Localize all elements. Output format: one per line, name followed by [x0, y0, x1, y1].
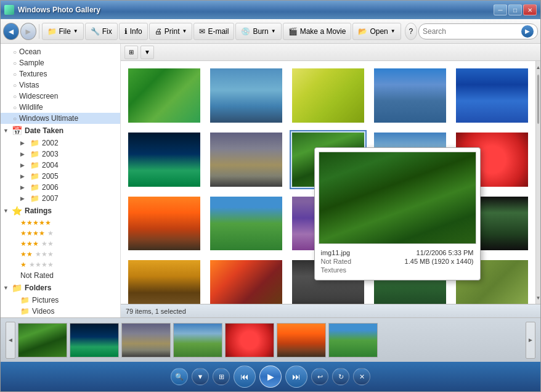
content-toolbar: ⊞ ▼: [121, 44, 540, 61]
next-icon: ⏭: [292, 372, 301, 382]
search-button[interactable]: ▶: [521, 25, 534, 38]
photo-thumb-16[interactable]: [126, 258, 203, 304]
photo-thumb-11[interactable]: [126, 194, 203, 253]
sidebar-item-widescreen[interactable]: ○ Widescreen: [1, 91, 120, 102]
minimize-button[interactable]: ─: [494, 4, 507, 15]
strip-thumb-2[interactable]: [70, 323, 119, 357]
sidebar-group-date-taken[interactable]: ▼ 📅 Date Taken: [1, 124, 120, 137]
open-button[interactable]: 📂 Open ▼: [352, 23, 401, 40]
sidebar-year-2003[interactable]: ▶ 📁 2003: [1, 149, 120, 160]
forward-button[interactable]: ►: [20, 23, 36, 40]
photo-thumb-5[interactable]: [454, 66, 531, 125]
info-button[interactable]: ℹ Info: [119, 23, 148, 40]
sidebar-year-2006[interactable]: ▶ 📁 2006: [1, 182, 120, 193]
strip-thumb-7[interactable]: [328, 323, 378, 357]
popup-filename: img11.jpg: [321, 249, 351, 256]
help-button[interactable]: ?: [405, 23, 417, 40]
file-icon: 📁: [47, 27, 57, 36]
popup-row-category: Textures: [321, 266, 474, 274]
popup-date: 11/2/2006 5:33 PM: [417, 249, 474, 256]
maximize-button[interactable]: □: [508, 4, 522, 15]
movie-icon: 🎬: [288, 27, 298, 36]
scroll-down-button[interactable]: ▼: [536, 292, 540, 304]
strip-thumb-5[interactable]: [225, 323, 274, 357]
strip-thumb-6[interactable]: [277, 323, 326, 357]
next-button[interactable]: ⏭: [285, 365, 307, 388]
photo-thumb-4[interactable]: [372, 66, 449, 125]
close-button[interactable]: ✕: [523, 4, 537, 15]
folder-icon: 📁: [20, 307, 30, 316]
photo-thumb-6[interactable]: [126, 130, 203, 189]
delete-icon: ✕: [359, 373, 365, 381]
strip-thumb-3[interactable]: [121, 323, 171, 357]
view-grid-button[interactable]: ⊞: [124, 46, 138, 59]
zoom-button[interactable]: 🔍: [171, 368, 188, 385]
sidebar-year-2002[interactable]: ▶ 📁 2002: [1, 137, 120, 149]
burn-label: Burn: [253, 27, 268, 36]
zoom-icon: 🔍: [175, 373, 184, 381]
circle-icon: ○: [13, 93, 17, 100]
scroll-thumb[interactable]: [537, 75, 539, 124]
sidebar-group-folders[interactable]: ▼ 📁 Folders: [1, 281, 120, 295]
photo-thumb-17[interactable]: [208, 258, 285, 304]
sidebar-rating-5[interactable]: ★★★★★: [1, 218, 120, 228]
delete-button[interactable]: ✕: [353, 368, 370, 385]
toolbar-sep-1: [39, 24, 39, 39]
folder-icon: 📁: [30, 194, 39, 203]
sidebar-rating-1[interactable]: ★★★★★: [1, 259, 120, 270]
circle-icon: ○: [13, 49, 17, 55]
strip-thumb-1[interactable]: [18, 323, 67, 357]
folder-icon: 📁: [20, 296, 30, 304]
sidebar-item-wildlife[interactable]: ○ Wildlife: [1, 102, 120, 113]
sidebar-not-rated[interactable]: Not Rated: [1, 270, 120, 281]
grid-view-button[interactable]: ⊞: [213, 368, 230, 385]
sidebar-folder-videos[interactable]: 📁 Videos: [1, 306, 120, 317]
strip-scroll-left[interactable]: ◄: [6, 322, 15, 359]
sidebar-group-ratings[interactable]: ▼ ⭐ Ratings: [1, 204, 120, 218]
sidebar-item-textures[interactable]: ○ Textures: [1, 68, 120, 80]
redo-button[interactable]: ↻: [332, 368, 349, 385]
sidebar-year-2004[interactable]: ▶ 📁 2004: [1, 160, 120, 171]
popup-row-filename: img11.jpg 11/2/2006 5:33 PM: [321, 249, 474, 256]
content-scrollbar[interactable]: ▲ ▼: [535, 61, 540, 304]
back-button[interactable]: ◄: [3, 23, 19, 40]
expand-icon: ▼: [3, 208, 10, 214]
photo-thumb-1[interactable]: [126, 66, 203, 125]
search-input[interactable]: [423, 27, 521, 36]
burn-button[interactable]: 💿 Burn ▼: [235, 23, 281, 40]
view-dropdown-button[interactable]: ▼: [140, 46, 154, 59]
photo-thumb-2[interactable]: [208, 66, 285, 125]
sidebar-year-2005[interactable]: ▶ 📁 2005: [1, 171, 120, 182]
photo-thumb-3[interactable]: [290, 66, 367, 125]
expand-icon: ▶: [20, 195, 28, 202]
folder-icon: 📁: [30, 139, 39, 147]
open-arrow: ▼: [391, 28, 396, 34]
sidebar-item-sample[interactable]: ○ Sample: [1, 57, 120, 68]
sidebar: ○ Ocean ○ Sample ○ Textures ○ Vistas ○ W…: [1, 44, 121, 317]
print-button[interactable]: 🖨 Print ▼: [149, 23, 193, 40]
sidebar-folder-pictures[interactable]: 📁 Pictures: [1, 295, 120, 306]
sidebar-item-vistas[interactable]: ○ Vistas: [1, 80, 120, 91]
file-label: File: [59, 27, 71, 36]
search-box: ▶: [418, 23, 538, 39]
undo-button[interactable]: ↩: [311, 368, 328, 385]
sidebar-item-windows-ultimate[interactable]: ○ Windows Ultimate: [1, 113, 120, 124]
file-button[interactable]: 📁 File ▼: [42, 23, 84, 40]
sidebar-rating-4[interactable]: ★★★★★: [1, 228, 120, 239]
prev-button[interactable]: ⏮: [234, 365, 256, 388]
fix-button[interactable]: 🔧 Fix: [85, 23, 118, 40]
sidebar-rating-2[interactable]: ★★★★★: [1, 249, 120, 259]
make-movie-button[interactable]: 🎬 Make a Movie: [283, 23, 352, 40]
email-button[interactable]: ✉ E-mail: [193, 23, 234, 40]
strip-scroll-right[interactable]: ►: [526, 322, 535, 359]
photo-thumb-12[interactable]: [208, 194, 285, 253]
play-button[interactable]: ▶: [259, 365, 282, 388]
photo-thumb-7[interactable]: [208, 130, 285, 189]
sidebar-year-2007[interactable]: ▶ 📁 2007: [1, 193, 120, 204]
status-bar: 79 items, 1 selected: [121, 304, 540, 317]
zoom-dropdown-button[interactable]: ▼: [192, 368, 209, 385]
sidebar-item-ocean[interactable]: ○ Ocean: [1, 46, 120, 57]
strip-thumb-4[interactable]: [173, 323, 222, 357]
sidebar-rating-3[interactable]: ★★★★★: [1, 239, 120, 249]
scroll-up-button[interactable]: ▲: [536, 61, 540, 73]
